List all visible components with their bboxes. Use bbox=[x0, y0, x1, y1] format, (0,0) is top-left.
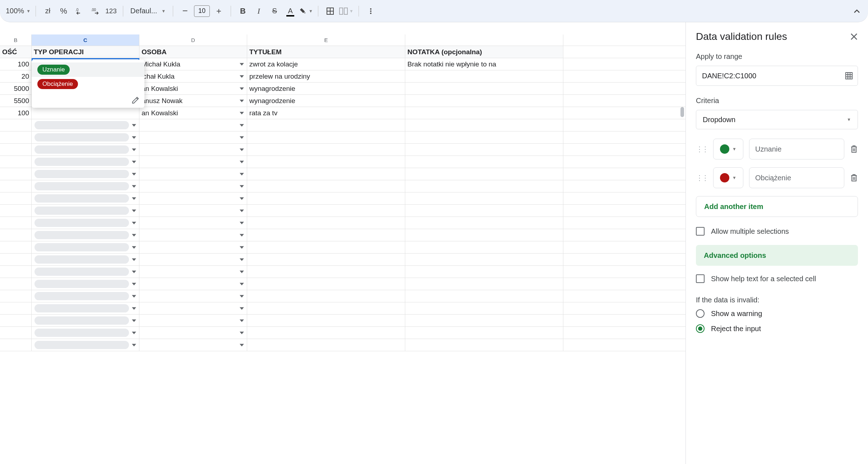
dropdown-arrow-icon[interactable] bbox=[132, 307, 136, 310]
cell[interactable] bbox=[139, 302, 247, 314]
dropdown-arrow-icon[interactable] bbox=[132, 136, 136, 139]
cell[interactable] bbox=[247, 278, 405, 290]
edit-dropdown-icon[interactable] bbox=[131, 96, 139, 104]
cell[interactable] bbox=[405, 131, 563, 143]
cell[interactable] bbox=[0, 266, 32, 278]
dropdown-arrow-icon[interactable] bbox=[132, 185, 136, 187]
cell[interactable] bbox=[0, 168, 32, 180]
dropdown-arrow-icon[interactable] bbox=[240, 99, 244, 102]
cell[interactable] bbox=[32, 156, 139, 168]
cell[interactable] bbox=[247, 339, 405, 351]
cell[interactable] bbox=[247, 266, 405, 278]
header-cell[interactable]: TYTUŁEM bbox=[247, 46, 405, 58]
zoom-select[interactable]: 100% ▼ bbox=[4, 4, 31, 18]
cell[interactable] bbox=[0, 217, 32, 229]
borders-button[interactable] bbox=[323, 4, 337, 18]
cell[interactable]: 5500 bbox=[0, 95, 32, 107]
col-header-c[interactable]: C bbox=[32, 34, 139, 46]
more-button[interactable] bbox=[364, 4, 378, 18]
cell[interactable] bbox=[247, 290, 405, 302]
checkbox-unchecked[interactable] bbox=[696, 227, 705, 236]
cell[interactable] bbox=[139, 144, 247, 156]
cell[interactable] bbox=[32, 278, 139, 290]
cell[interactable] bbox=[405, 254, 563, 265]
dropdown-option-obciazenie[interactable]: Obciążenie bbox=[32, 77, 144, 91]
dropdown-arrow-icon[interactable] bbox=[240, 258, 244, 261]
dropdown-arrow-icon[interactable] bbox=[132, 331, 136, 334]
delete-item-button[interactable] bbox=[850, 145, 858, 153]
dropdown-arrow-icon[interactable] bbox=[132, 222, 136, 224]
cell[interactable]: 100 bbox=[0, 58, 32, 70]
cell[interactable] bbox=[405, 302, 563, 314]
cell[interactable] bbox=[0, 327, 32, 339]
dropdown-arrow-icon[interactable] bbox=[240, 319, 244, 322]
advanced-options-button[interactable]: Advanced options bbox=[696, 245, 858, 266]
spreadsheet-area[interactable]: B C D E OŚĆ TYP OPERACJI OSOBA TYTUŁEM N… bbox=[0, 22, 685, 464]
cell[interactable]: 5000 bbox=[0, 83, 32, 94]
cell[interactable] bbox=[32, 241, 139, 253]
dropdown-arrow-icon[interactable] bbox=[132, 295, 136, 297]
fill-color-button[interactable]: ▼ bbox=[299, 4, 313, 18]
cell[interactable] bbox=[405, 83, 563, 94]
font-size-decrease[interactable]: − bbox=[178, 4, 192, 18]
cell[interactable] bbox=[139, 180, 247, 192]
cell[interactable] bbox=[32, 192, 139, 204]
cell[interactable] bbox=[0, 205, 32, 217]
delete-item-button[interactable] bbox=[850, 173, 858, 182]
cell[interactable]: ichał Kukla bbox=[139, 70, 247, 82]
cell[interactable] bbox=[32, 107, 139, 119]
cell[interactable] bbox=[32, 119, 139, 131]
merge-cells-button[interactable]: ▼ bbox=[339, 4, 354, 18]
cell[interactable] bbox=[405, 278, 563, 290]
cell[interactable] bbox=[139, 217, 247, 229]
italic-button[interactable]: I bbox=[252, 4, 266, 18]
dropdown-arrow-icon[interactable] bbox=[240, 344, 244, 346]
collapse-toolbar-button[interactable] bbox=[850, 4, 864, 18]
cell[interactable] bbox=[0, 278, 32, 290]
show-help-checkbox-row[interactable]: Show help text for a selected cell bbox=[696, 274, 858, 283]
dropdown-arrow-icon[interactable] bbox=[240, 197, 244, 200]
cell[interactable] bbox=[139, 290, 247, 302]
cell[interactable] bbox=[139, 229, 247, 241]
dropdown-arrow-icon[interactable] bbox=[240, 209, 244, 212]
cell[interactable] bbox=[247, 168, 405, 180]
dropdown-arrow-icon[interactable] bbox=[240, 161, 244, 163]
header-cell[interactable]: TYP OPERACJI bbox=[32, 46, 139, 58]
cell[interactable] bbox=[0, 241, 32, 253]
cell[interactable] bbox=[32, 180, 139, 192]
cell[interactable]: rata za tv bbox=[247, 107, 405, 119]
font-size-input[interactable]: 10 bbox=[194, 5, 210, 17]
dropdown-arrow-icon[interactable] bbox=[240, 63, 244, 65]
cell[interactable] bbox=[0, 302, 32, 314]
cell[interactable] bbox=[0, 131, 32, 143]
item-value-input[interactable]: Obciążenie bbox=[749, 167, 844, 188]
dropdown-arrow-icon[interactable] bbox=[240, 136, 244, 139]
cell[interactable] bbox=[32, 266, 139, 278]
cell[interactable] bbox=[405, 205, 563, 217]
drag-handle-icon[interactable]: ⋮⋮ bbox=[696, 145, 707, 153]
dropdown-arrow-icon[interactable] bbox=[132, 283, 136, 285]
cell[interactable]: wynagrodzenie bbox=[247, 83, 405, 94]
dropdown-arrow-icon[interactable] bbox=[240, 87, 244, 90]
cell[interactable] bbox=[405, 70, 563, 82]
checkbox-unchecked[interactable] bbox=[696, 274, 705, 283]
select-range-icon[interactable] bbox=[845, 72, 853, 79]
dropdown-arrow-icon[interactable] bbox=[132, 197, 136, 200]
criteria-select[interactable]: Dropdown ▼ bbox=[696, 110, 858, 129]
cell[interactable] bbox=[0, 192, 32, 204]
cell[interactable] bbox=[139, 241, 247, 253]
dropdown-arrow-icon[interactable] bbox=[132, 234, 136, 236]
cell[interactable] bbox=[405, 156, 563, 168]
cell[interactable] bbox=[405, 290, 563, 302]
cell[interactable] bbox=[405, 119, 563, 131]
header-cell[interactable]: OŚĆ bbox=[0, 46, 32, 58]
cell[interactable] bbox=[32, 339, 139, 351]
cell[interactable] bbox=[247, 217, 405, 229]
cell[interactable] bbox=[0, 254, 32, 265]
cell[interactable] bbox=[139, 119, 247, 131]
number-format-button[interactable]: 123 bbox=[104, 4, 118, 18]
scrollbar-thumb[interactable] bbox=[680, 107, 684, 117]
cell[interactable] bbox=[405, 339, 563, 351]
col-header-d[interactable]: D bbox=[139, 34, 247, 46]
cell[interactable] bbox=[247, 119, 405, 131]
